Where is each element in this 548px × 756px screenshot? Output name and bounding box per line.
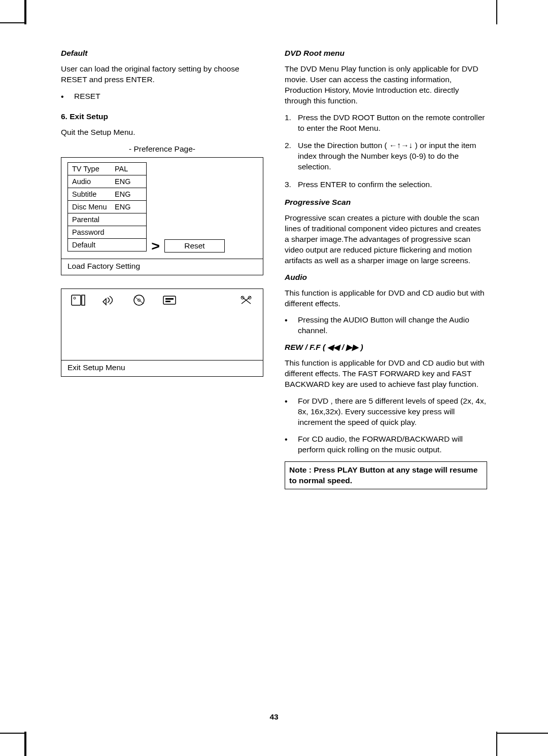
bullet-icon [285,396,298,428]
menu-item-default: Default [67,238,147,251]
iconbar-footer: Exit Setup Menu [61,360,263,376]
menu-item-password: Password [67,226,147,239]
page-content: Default User can load the original facto… [61,48,487,695]
audio-body: This function is applicable for DVD and … [285,288,487,309]
menu-item-tv-type: TV TypePAL [67,162,147,175]
reset-label: RESET [74,91,100,102]
file-icon [70,294,87,307]
subtitle-icon [161,294,178,307]
audio-bullet: Pressing the AUDIO Button will change th… [285,315,487,336]
svg-rect-2 [82,295,85,305]
root-step-1: 1.Press the DVD ROOT Button on the remot… [285,113,487,134]
tools-icon [237,294,255,307]
bullet-icon [61,91,74,102]
preference-page-osd: TV TypePAL AudioENG SubtitleENG Disc Men… [61,157,263,275]
disc-icon [130,294,148,307]
svg-point-1 [74,297,76,299]
left-column: Default User can load the original facto… [61,48,263,489]
menu-item-disc-menu: Disc MenuENG [67,200,147,213]
default-heading: Default [61,48,263,59]
progressive-scan-body: Progressive scan creates a picture with … [285,213,487,266]
root-step-3: 3.Press ENTER to confirm the selection. [285,179,487,190]
exit-setup-body: Quit the Setup Menu. [61,127,263,138]
menu-item-audio: AudioENG [67,175,147,188]
chevron-right-icon: > [151,239,160,253]
rewff-bullet-1: For DVD , there are 5 different levels o… [285,396,487,428]
menu-item-subtitle: SubtitleENG [67,188,147,201]
rew-ff-body: This function is applicable for DVD and … [285,358,487,390]
dvd-root-menu-heading: DVD Root menu [285,48,487,59]
svg-rect-6 [165,298,174,300]
rewff-bullet-2: For CD audio, the FORWARD/BACKWARD will … [285,434,487,455]
osd-footer: Load Factory Setting [61,259,263,275]
menu-list: TV TypePAL AudioENG SubtitleENG Disc Men… [67,162,147,251]
reset-option: Reset [164,239,225,253]
progressive-scan-heading: Progressive Scan [285,197,487,208]
exit-setup-osd: Exit Setup Menu [61,289,263,377]
bullet-icon [285,315,298,336]
svg-rect-5 [163,296,176,304]
rew-ff-heading: REW / F.F ( ◀◀ / ▶▶ ) [285,342,487,353]
exit-setup-heading: 6. Exit Setup [61,112,263,122]
page-number: 43 [61,712,487,723]
osd-title: - Preference Page- [61,144,263,155]
right-column: DVD Root menu The DVD Menu Play function… [285,48,487,489]
root-step-2: 2.Use the Direction button ( ←↑→↓ ) or i… [285,140,487,172]
menu-item-parental: Parental [67,213,147,226]
menu-row: TV TypePAL AudioENG SubtitleENG Disc Men… [67,161,263,253]
audio-heading: Audio [285,272,487,283]
dvd-root-menu-body: The DVD Menu Play function is only appli… [285,64,487,106]
svg-rect-7 [165,301,170,302]
svg-rect-0 [72,295,81,305]
reset-bullet: RESET [61,91,263,102]
note-box: Note : Press PLAY Button at any stage wi… [285,461,487,490]
default-body: User can load the original factory setti… [61,64,263,85]
bullet-icon [285,434,298,455]
audio-icon [100,294,117,307]
